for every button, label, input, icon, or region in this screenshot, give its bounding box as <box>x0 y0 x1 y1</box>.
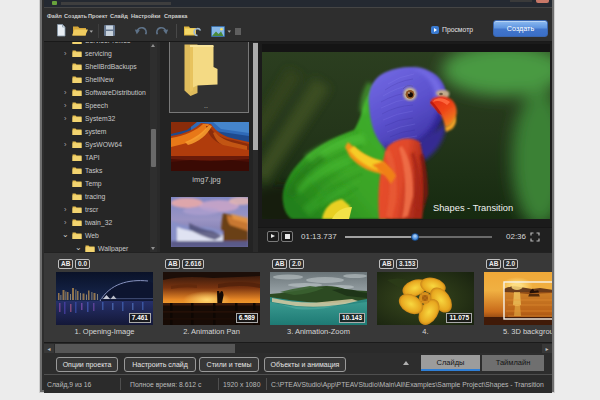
svg-text:Shapes - Transition: Shapes - Transition <box>433 203 513 213</box>
